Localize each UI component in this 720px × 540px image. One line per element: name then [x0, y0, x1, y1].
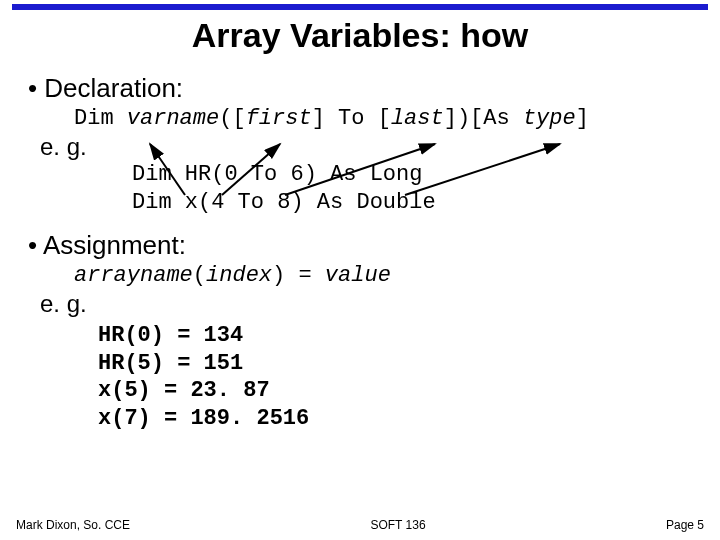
declaration-syntax: Dim varname([first] To [last])[As type]: [28, 106, 692, 131]
assignment-syntax: arrayname(index) = value: [28, 263, 692, 288]
declaration-example: Dim HR(0 To 6) As Long Dim x(4 To 8) As …: [28, 161, 692, 216]
code-line: x(5) = 23. 87: [98, 377, 692, 405]
code-line: HR(0) = 134: [98, 322, 692, 350]
footer-page: Page 5: [666, 518, 704, 532]
section-assignment: • Assignment:: [28, 230, 692, 261]
code-line: x(7) = 189. 2516: [98, 405, 692, 433]
code-line: Dim x(4 To 8) As Double: [132, 189, 692, 217]
code-line: HR(5) = 151: [98, 350, 692, 378]
footer-course: SOFT 136: [130, 518, 666, 532]
slide-footer: Mark Dixon, So. CCE SOFT 136 Page 5: [0, 518, 720, 532]
example-label-2: e. g.: [28, 290, 692, 318]
assignment-example: HR(0) = 134 HR(5) = 151 x(5) = 23. 87 x(…: [28, 322, 692, 432]
section-declaration: • Declaration:: [28, 73, 692, 104]
header-rule: [12, 4, 708, 10]
slide-title: Array Variables: how: [0, 16, 720, 55]
example-label-1: e. g.: [28, 133, 692, 161]
slide-content: • Declaration: Dim varname([first] To [l…: [0, 55, 720, 432]
footer-author: Mark Dixon, So. CCE: [16, 518, 130, 532]
code-line: Dim HR(0 To 6) As Long: [132, 161, 692, 189]
